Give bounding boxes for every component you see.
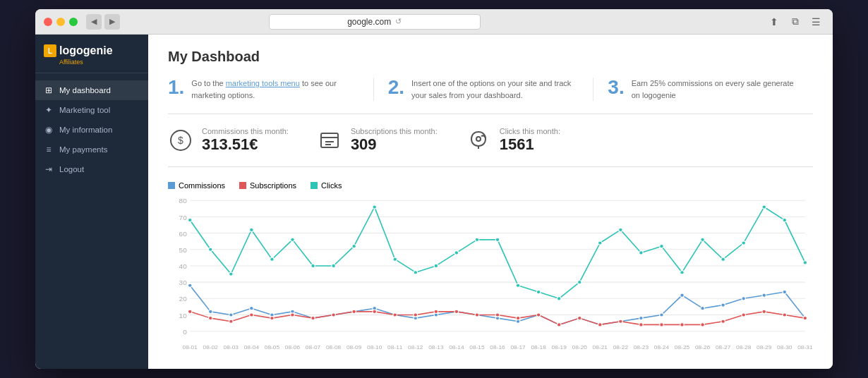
svg-text:20: 20: [179, 295, 188, 303]
svg-point-137: [495, 313, 500, 317]
back-button[interactable]: ◀: [86, 14, 102, 30]
svg-text:08-10: 08-10: [367, 344, 382, 350]
svg-point-130: [352, 310, 356, 313]
svg-point-141: [577, 317, 581, 320]
logo: L logogenie: [44, 44, 140, 57]
svg-point-120: [783, 290, 787, 293]
svg-text:08-15: 08-15: [469, 344, 485, 350]
svg-point-73: [454, 251, 459, 255]
logo-icon: L: [44, 44, 56, 57]
stat-commissions: $ Commissions this month: 313.51€: [168, 127, 289, 154]
commissions-label: Commissions this month:: [202, 127, 289, 135]
svg-point-60: [188, 218, 192, 221]
svg-text:08-22: 08-22: [613, 344, 629, 350]
sidebar-toggle[interactable]: ☰: [809, 14, 824, 30]
svg-point-115: [680, 293, 685, 297]
person-icon: ◉: [44, 125, 54, 135]
logo-area: L logogenie Affiliates: [35, 35, 148, 73]
clicks-legend-icon: [311, 182, 318, 189]
sidebar-label-marketing-tool: Marketing tool: [59, 106, 110, 114]
sidebar-item-marketing-tool[interactable]: ✦ Marketing tool: [35, 100, 148, 120]
svg-point-75: [495, 238, 500, 241]
svg-text:08-26: 08-26: [695, 344, 711, 350]
step-3-number: 3.: [608, 78, 624, 97]
svg-point-126: [270, 317, 275, 320]
commissions-legend-icon: [168, 182, 175, 189]
svg-point-143: [619, 319, 623, 323]
share-button[interactable]: ⬆: [766, 14, 782, 30]
clicks-value: 1561: [500, 135, 560, 154]
reload-icon[interactable]: ↺: [395, 17, 402, 26]
titlebar: ◀ ▶ google.com ↺ ⬆ ⧉ ☰: [35, 9, 833, 35]
svg-text:08-19: 08-19: [552, 344, 567, 350]
svg-text:10: 10: [179, 312, 188, 319]
stats-section: $ Commissions this month: 313.51€: [168, 127, 813, 167]
minimize-button[interactable]: [56, 18, 65, 26]
svg-point-147: [701, 323, 705, 327]
svg-text:08-13: 08-13: [428, 344, 444, 350]
step-2-text: Insert one of the options on your site a…: [411, 78, 579, 101]
sidebar-item-logout[interactable]: ⇥ Logout: [35, 159, 148, 179]
svg-point-65: [291, 238, 295, 241]
logout-icon: ⇥: [44, 164, 54, 174]
svg-text:$: $: [178, 135, 183, 146]
sidebar-item-my-dashboard[interactable]: ⊞ My dashboard: [35, 80, 148, 100]
svg-point-94: [250, 307, 254, 310]
svg-text:08-30: 08-30: [777, 344, 792, 350]
svg-point-140: [557, 323, 561, 327]
forward-button[interactable]: ▶: [104, 14, 120, 30]
legend-subscriptions: Subscriptions: [239, 181, 296, 190]
legend-subscriptions-label: Subscriptions: [250, 181, 296, 190]
address-bar[interactable]: google.com ↺: [269, 14, 481, 30]
svg-point-62: [229, 272, 234, 276]
svg-rect-8: [168, 182, 175, 189]
sidebar-item-my-information[interactable]: ◉ My information: [35, 120, 148, 140]
commissions-value: 313.51€: [202, 135, 289, 154]
svg-point-6: [476, 137, 481, 141]
svg-point-79: [577, 281, 581, 284]
page-title: My Dashboad: [168, 49, 813, 65]
stat-subscriptions: Subscriptions this month: 309: [317, 127, 438, 154]
tabs-button[interactable]: ⧉: [788, 14, 803, 30]
svg-text:08-02: 08-02: [203, 344, 219, 350]
mac-window: ◀ ▶ google.com ↺ ⬆ ⧉ ☰ L logogenie Affil…: [35, 9, 833, 369]
legend-clicks-label: Clicks: [321, 181, 342, 190]
sidebar-label-my-payments: My payments: [59, 145, 107, 154]
svg-text:40: 40: [179, 262, 188, 270]
svg-point-70: [393, 257, 397, 261]
close-button[interactable]: [44, 18, 52, 26]
svg-point-74: [475, 238, 479, 241]
svg-point-151: [783, 313, 787, 317]
step-3: 3. Earn 25% commissions on every sale ge…: [593, 78, 813, 101]
svg-text:08-04: 08-04: [244, 344, 260, 350]
svg-point-67: [332, 264, 336, 267]
svg-text:08-27: 08-27: [716, 344, 731, 350]
svg-point-117: [721, 303, 725, 307]
marketing-icon: ✦: [44, 105, 54, 115]
svg-point-93: [229, 313, 234, 317]
sidebar-label-my-information: My information: [59, 126, 112, 134]
svg-text:60: 60: [179, 230, 188, 238]
svg-point-66: [311, 264, 315, 267]
sidebar-label-logout: Logout: [59, 165, 84, 173]
svg-text:08-08: 08-08: [326, 344, 342, 350]
sidebar-item-my-payments[interactable]: ≡ My payments: [35, 140, 148, 159]
svg-point-116: [701, 307, 705, 310]
svg-text:08-12: 08-12: [408, 344, 423, 350]
svg-text:30: 30: [179, 279, 188, 287]
svg-point-134: [434, 310, 438, 313]
svg-point-80: [598, 241, 603, 245]
marketing-tools-link[interactable]: marketing tools menu: [226, 79, 300, 87]
svg-point-146: [680, 323, 685, 327]
svg-text:08-24: 08-24: [654, 344, 670, 350]
app-body: L logogenie Affiliates ⊞ My dashboard ✦ …: [35, 35, 833, 369]
svg-text:08-18: 08-18: [531, 344, 546, 350]
maximize-button[interactable]: [69, 18, 78, 26]
svg-text:08-09: 08-09: [346, 344, 362, 350]
svg-point-77: [536, 290, 541, 293]
svg-point-90: [803, 261, 807, 264]
subscriptions-icon: [317, 128, 342, 153]
svg-point-78: [557, 297, 561, 300]
svg-point-81: [619, 228, 623, 231]
svg-point-91: [188, 284, 192, 287]
